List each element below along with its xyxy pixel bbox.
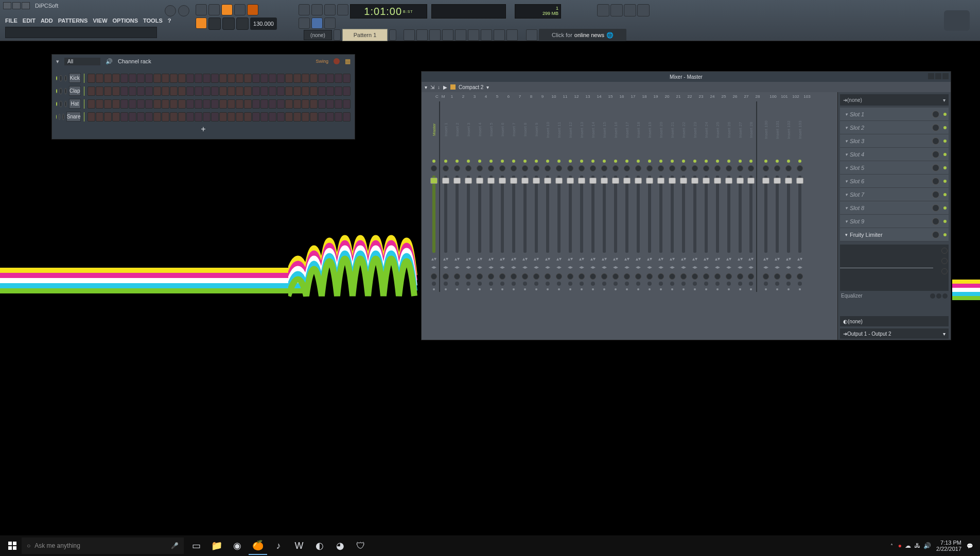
track-fx-icon[interactable]: ◂▸ xyxy=(590,264,596,272)
track-fx-icon[interactable]: ◂▸ xyxy=(670,264,675,272)
fx-slot-empty[interactable]: ▾Slot 6 xyxy=(840,175,949,188)
insert-track[interactable]: Insert 26▴▾◂▸ xyxy=(723,101,734,292)
step-button[interactable] xyxy=(260,99,268,109)
step-button[interactable] xyxy=(293,99,301,109)
track-fader[interactable] xyxy=(749,176,752,253)
channel-pan-knob[interactable] xyxy=(59,114,60,120)
swing-knob[interactable] xyxy=(334,58,340,64)
insert-track[interactable]: Insert 102▴▾◂▸ xyxy=(783,101,794,292)
track-mute-led[interactable] xyxy=(614,160,617,163)
track-pan-knob[interactable] xyxy=(635,165,641,171)
step-button[interactable] xyxy=(260,86,268,96)
insert-track[interactable]: Insert 18▴▾◂▸ xyxy=(633,101,644,292)
step-button[interactable] xyxy=(277,86,285,96)
channel-name-button[interactable]: Hat xyxy=(69,99,81,109)
track-index[interactable]: 11 xyxy=(559,94,571,101)
step-button[interactable] xyxy=(236,99,243,109)
track-send-knob[interactable] xyxy=(488,273,494,280)
track-mute-led[interactable] xyxy=(625,160,628,163)
main-volume-knob[interactable] xyxy=(165,5,176,16)
track-route-dot[interactable] xyxy=(500,282,504,286)
link-icon[interactable] xyxy=(311,18,323,29)
step-button[interactable] xyxy=(178,86,186,96)
step-button[interactable] xyxy=(326,74,334,83)
cortana-search[interactable]: ○ Ask me anything 🎤 xyxy=(22,537,184,554)
channel-pan-knob[interactable] xyxy=(59,101,62,107)
track-route-dot[interactable] xyxy=(749,282,753,286)
track-mute-led[interactable] xyxy=(693,160,696,163)
step-button[interactable] xyxy=(186,99,194,109)
fx-mix-knob[interactable] xyxy=(932,204,939,212)
menu-file[interactable]: FILE xyxy=(5,18,18,24)
mixer-close-icon[interactable] xyxy=(942,73,949,79)
mixer-view-mode[interactable]: Compact 2 xyxy=(459,84,483,90)
track-route-dot[interactable] xyxy=(715,282,720,286)
record-button[interactable] xyxy=(236,18,249,30)
step-button[interactable] xyxy=(285,74,293,83)
step-button[interactable] xyxy=(277,112,285,121)
track-route-dot[interactable] xyxy=(693,282,697,286)
track-target-dot[interactable] xyxy=(615,288,617,290)
track-fader[interactable] xyxy=(625,176,628,253)
track-target-dot[interactable] xyxy=(799,288,801,290)
track-index[interactable]: 103 xyxy=(801,94,813,101)
track-route-dot[interactable] xyxy=(523,282,527,286)
flstudio-taskbar-icon[interactable]: 🍊 xyxy=(249,536,267,555)
track-mute-led[interactable] xyxy=(776,160,779,163)
insert-track[interactable]: Insert 15▴▾◂▸ xyxy=(599,101,610,292)
live-icon[interactable] xyxy=(324,18,336,29)
insert-track[interactable]: Insert 21▴▾◂▸ xyxy=(667,101,678,292)
channel-vol-knob[interactable] xyxy=(64,75,67,81)
track-send-knob[interactable] xyxy=(680,273,687,280)
track-fader[interactable] xyxy=(637,176,640,253)
track-send-knob[interactable] xyxy=(726,273,732,280)
step-button[interactable] xyxy=(162,74,169,83)
track-route-dot[interactable] xyxy=(432,282,436,286)
step-button[interactable] xyxy=(112,74,120,83)
step-button[interactable] xyxy=(269,112,276,121)
track-fx-icon[interactable]: ◂▸ xyxy=(500,264,505,272)
step-button[interactable] xyxy=(293,112,301,121)
channel-mute-led[interactable] xyxy=(56,115,57,119)
step-button[interactable] xyxy=(293,86,301,96)
loop-rec-icon[interactable] xyxy=(247,4,258,15)
step-edit-icon[interactable] xyxy=(299,4,310,15)
track-target-dot[interactable] xyxy=(603,288,605,290)
stereo-sep-icon[interactable]: ▴▾ xyxy=(500,256,505,264)
clip-icon[interactable] xyxy=(324,4,336,15)
shield-icon[interactable]: 🛡 xyxy=(352,536,370,555)
step-button[interactable] xyxy=(137,112,145,121)
stereo-sep-icon[interactable]: ▴▾ xyxy=(534,256,539,264)
track-route-dot[interactable] xyxy=(534,282,538,286)
track-send-knob[interactable] xyxy=(692,273,698,280)
track-send-knob[interactable] xyxy=(612,273,619,280)
track-route-dot[interactable] xyxy=(798,282,802,286)
track-target-dot[interactable] xyxy=(649,288,651,290)
track-index[interactable]: 21 xyxy=(673,94,684,101)
track-fx-icon[interactable]: ◂▸ xyxy=(602,264,607,272)
notification-icon[interactable]: 💬 xyxy=(967,543,973,549)
track-fx-icon[interactable]: ◂▸ xyxy=(797,264,802,272)
track-send-knob[interactable] xyxy=(533,273,539,280)
track-pan-knob[interactable] xyxy=(431,165,437,171)
track-fader[interactable] xyxy=(569,176,572,253)
stereo-sep-icon[interactable]: ▴▾ xyxy=(568,256,573,264)
insert-track[interactable]: Insert 22▴▾◂▸ xyxy=(678,101,689,292)
step-button[interactable] xyxy=(153,99,161,109)
chrome-icon[interactable]: ◉ xyxy=(228,536,247,555)
step-grid-options-icon[interactable]: ▦ xyxy=(345,58,351,65)
track-route-dot[interactable] xyxy=(591,282,595,286)
stereo-sep-icon[interactable]: ▴▾ xyxy=(738,256,743,264)
browser-button[interactable] xyxy=(455,29,466,41)
track-pan-knob[interactable] xyxy=(590,165,596,171)
track-send-knob[interactable] xyxy=(774,273,780,280)
track-target-dot[interactable] xyxy=(716,288,719,290)
track-send-knob[interactable] xyxy=(624,273,630,280)
track-send-knob[interactable] xyxy=(431,273,437,280)
track-index[interactable]: 22 xyxy=(684,94,695,101)
step-button[interactable] xyxy=(335,86,342,96)
fx-slot-empty[interactable]: ▾Slot 4 xyxy=(840,148,949,161)
plugin-db-button[interactable] xyxy=(468,29,479,41)
menu-edit[interactable]: EDIT xyxy=(23,18,36,24)
step-button[interactable] xyxy=(343,86,351,96)
